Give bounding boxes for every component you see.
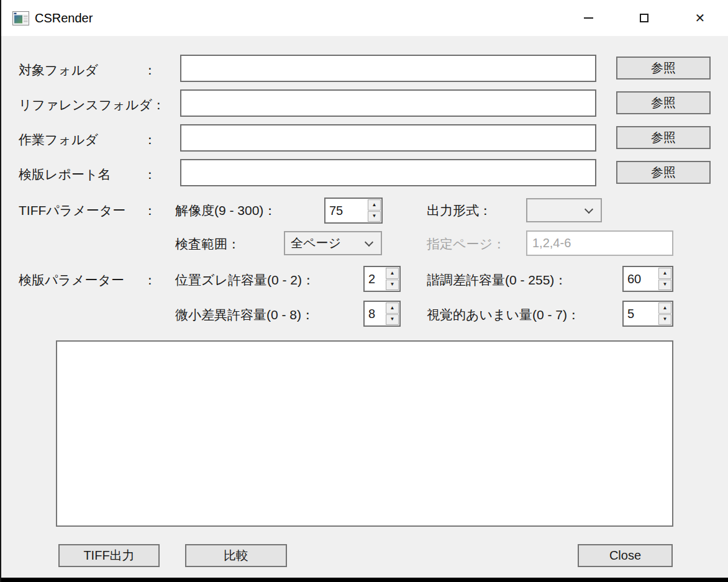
target-folder-input[interactable]: [180, 55, 596, 82]
target-folder-browse-button[interactable]: 参照: [616, 57, 711, 80]
close-dialog-button[interactable]: Close: [578, 544, 673, 567]
minor-diff-tolerance-spinner: 8 ▲ ▼: [363, 301, 401, 327]
report-name-label: 検版レポート名 ：: [19, 166, 157, 183]
close-icon: ✕: [695, 12, 706, 24]
page-spec-input[interactable]: [526, 230, 673, 256]
work-folder-label: 作業フォルダ ：: [19, 131, 157, 148]
position-tolerance-spin-up-button[interactable]: ▲: [386, 268, 399, 279]
check-section-label: 検版パラメーター ：: [19, 271, 157, 289]
report-name-input[interactable]: [180, 159, 596, 186]
arrow-down-icon: ▼: [390, 282, 395, 287]
visual-blur-spin-up-button[interactable]: ▲: [658, 302, 671, 314]
tiff-section-label: TIFFパラメーター ：: [19, 202, 157, 219]
minimize-button[interactable]: [560, 0, 616, 36]
resolution-spin-up-button[interactable]: ▲: [368, 199, 381, 211]
scan-range-select[interactable]: 全ページ: [284, 231, 382, 255]
window-title: CSRender: [35, 11, 93, 25]
resolution-spin-down-button[interactable]: ▼: [368, 211, 381, 222]
tone-tolerance-spin-down-button[interactable]: ▼: [658, 280, 671, 291]
tiff-output-button[interactable]: TIFF出力: [58, 544, 160, 567]
application-window: CSRender ✕ 対象フォルダ ： 参照 リファレンスフォルダ ： 参照 作…: [0, 0, 728, 582]
visual-blur-spin-down-button[interactable]: ▼: [658, 314, 671, 325]
visual-blur-label: 視覚的あいまい量(0 - 7)：: [427, 306, 580, 324]
position-tolerance-label: 位置ズレ許容量(0 - 2)：: [175, 271, 315, 289]
reference-folder-browse-button[interactable]: 参照: [616, 91, 711, 114]
minor-diff-tolerance-label: 微小差異許容量(0 - 8)：: [175, 306, 314, 324]
close-button[interactable]: ✕: [672, 0, 728, 36]
tone-tolerance-spinner: 60 ▲ ▼: [622, 266, 673, 292]
arrow-up-icon: ▲: [663, 271, 668, 276]
minimize-icon: [584, 17, 593, 19]
maximize-icon: [640, 14, 648, 22]
chevron-down-icon: [365, 237, 373, 246]
titlebar: CSRender ✕: [1, 0, 728, 36]
arrow-down-icon: ▼: [390, 317, 395, 322]
arrow-down-icon: ▼: [663, 282, 668, 287]
reference-folder-input[interactable]: [180, 89, 596, 117]
window-bottom-edge: [1, 578, 728, 582]
compare-button[interactable]: 比較: [185, 544, 287, 567]
scan-range-value: 全ページ: [291, 235, 341, 252]
position-tolerance-spin-down-button[interactable]: ▼: [386, 280, 399, 291]
position-tolerance-spinner: 2 ▲ ▼: [363, 266, 401, 292]
position-tolerance-value[interactable]: 2: [365, 267, 385, 291]
resolution-label: 解像度(9 - 300)：: [175, 202, 276, 219]
report-name-browse-button[interactable]: 参照: [616, 161, 711, 184]
app-icon: [12, 11, 29, 25]
minor-diff-tolerance-value[interactable]: 8: [365, 302, 385, 325]
page-spec-label: 指定ページ：: [427, 235, 506, 253]
arrow-up-icon: ▲: [390, 271, 395, 276]
tone-tolerance-value[interactable]: 60: [624, 267, 658, 291]
maximize-button[interactable]: [616, 0, 672, 36]
arrow-down-icon: ▼: [663, 317, 668, 322]
visual-blur-value[interactable]: 5: [624, 302, 658, 325]
work-folder-input[interactable]: [180, 124, 596, 152]
tone-tolerance-label: 諧調差許容量(0 - 255)：: [427, 271, 567, 289]
arrow-up-icon: ▲: [390, 306, 395, 311]
target-folder-label: 対象フォルダ ：: [19, 61, 157, 79]
output-format-select[interactable]: [526, 198, 602, 222]
output-format-label: 出力形式：: [427, 202, 492, 219]
resolution-spinner: 75 ▲ ▼: [324, 198, 383, 224]
arrow-up-icon: ▲: [372, 202, 377, 207]
arrow-down-icon: ▼: [372, 214, 377, 219]
reference-folder-label: リファレンスフォルダ ：: [19, 96, 157, 114]
chevron-down-icon: [585, 204, 593, 213]
minor-diff-spin-up-button[interactable]: ▲: [386, 302, 399, 314]
arrow-up-icon: ▲: [663, 306, 668, 311]
minor-diff-spin-down-button[interactable]: ▼: [386, 314, 399, 325]
log-output-area[interactable]: [56, 340, 673, 527]
window-controls: ✕: [560, 0, 728, 36]
scan-range-label: 検査範囲：: [175, 235, 240, 253]
resolution-value[interactable]: 75: [325, 199, 367, 222]
visual-blur-spinner: 5 ▲ ▼: [622, 301, 673, 327]
work-folder-browse-button[interactable]: 参照: [616, 126, 711, 149]
tone-tolerance-spin-up-button[interactable]: ▲: [658, 268, 671, 279]
